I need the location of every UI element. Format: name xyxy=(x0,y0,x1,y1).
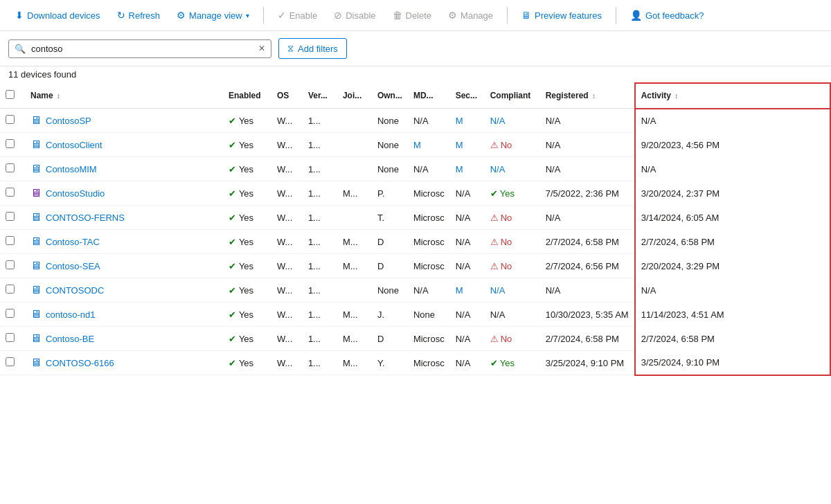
row-checkbox[interactable] xyxy=(6,357,15,366)
green-check-icon: ✔ xyxy=(229,261,236,271)
manage-view-button[interactable]: ⚙ Manage view ▾ xyxy=(170,6,256,25)
disable-button[interactable]: ⊘ Disable xyxy=(327,6,382,25)
row-checkbox[interactable] xyxy=(6,260,15,269)
header-enabled[interactable]: Enabled xyxy=(223,83,271,109)
search-clear-button[interactable]: ✕ xyxy=(258,44,265,53)
os-cell: W... xyxy=(271,157,303,181)
row-checkbox[interactable] xyxy=(6,212,15,221)
header-own[interactable]: Own... xyxy=(372,83,408,109)
green-check-icon: ✔ xyxy=(229,237,236,247)
activity-cell: 2/7/2024, 6:58 PM xyxy=(635,230,830,254)
feedback-button[interactable]: 👤 Got feedback? xyxy=(623,6,711,25)
enabled-status: ✔ Yes xyxy=(229,140,266,150)
device-name-link[interactable]: 🖥ContosoSP xyxy=(30,114,217,127)
divider-2 xyxy=(507,7,508,24)
sec-cell: M xyxy=(450,133,485,157)
compliant-status: ⚠ No xyxy=(490,334,535,344)
row-checkbox[interactable] xyxy=(6,285,15,294)
header-activity[interactable]: Activity ↕ xyxy=(635,83,830,109)
delete-icon: 🗑 xyxy=(393,10,402,21)
device-name-link[interactable]: 🖥Contoso-BE xyxy=(30,332,217,345)
os-cell: W... xyxy=(271,206,303,230)
device-name-link[interactable]: 🖥CONTOSO-FERNS xyxy=(30,211,217,224)
md-cell: Microsc xyxy=(408,206,450,230)
own-cell: D xyxy=(372,327,408,351)
device-name-link[interactable]: 🖥ContosoStudio xyxy=(30,187,217,199)
row-checkbox[interactable] xyxy=(6,333,15,342)
check-icon: ✓ xyxy=(278,10,286,21)
header-registered[interactable]: Registered ↕ xyxy=(540,83,635,109)
table-row: 🖥ContosoMIM✔ YesW...1...NoneN/AMN/AN/AN/… xyxy=(0,157,830,181)
ver-cell: 1... xyxy=(303,133,337,157)
row-checkbox[interactable] xyxy=(6,139,15,148)
activity-cell: 11/14/2023, 4:51 AM xyxy=(635,303,830,327)
compliant-status: N/A xyxy=(490,285,506,296)
sec-cell: N/A xyxy=(450,230,485,254)
enabled-status: ✔ Yes xyxy=(229,285,266,296)
device-name-link[interactable]: 🖥contoso-nd1 xyxy=(30,308,217,321)
manage-button[interactable]: ⚙ Manage xyxy=(441,6,500,25)
table-row: 🖥ContosoStudio✔ YesW...1...M...P.Microsc… xyxy=(0,181,830,206)
row-checkbox[interactable] xyxy=(6,188,15,197)
table-row: 🖥CONTOSO-6166✔ YesW...1...M...Y.MicroscN… xyxy=(0,351,830,375)
registered-cell: 2/7/2024, 6:56 PM xyxy=(540,254,635,278)
enable-button[interactable]: ✓ Enable xyxy=(271,6,324,25)
select-all-checkbox[interactable] xyxy=(6,90,15,99)
enabled-cell: ✔ Yes xyxy=(223,181,271,206)
refresh-button[interactable]: ↻ Refresh xyxy=(110,6,168,25)
preview-features-button[interactable]: 🖥 Preview features xyxy=(515,6,609,25)
joi-cell: M... xyxy=(337,303,372,327)
compliant-cell: ⚠ No xyxy=(485,133,540,157)
table-row: 🖥CONTOSO-FERNS✔ YesW...1...T.MicroscN/A⚠… xyxy=(0,206,830,230)
refresh-icon: ↻ xyxy=(117,10,125,21)
joi-cell: M... xyxy=(337,230,372,254)
green-check-icon: ✔ xyxy=(229,334,236,344)
divider-1 xyxy=(263,7,264,24)
exclaim-icon: ⚠ xyxy=(490,140,499,150)
device-name-link[interactable]: 🖥Contoso-TAC xyxy=(30,235,217,248)
joi-cell: M... xyxy=(337,254,372,278)
registered-cell: N/A xyxy=(540,278,635,303)
header-os[interactable]: OS xyxy=(271,83,303,109)
devices-table-container: Name ↕ Enabled OS Ver... Joi... Own... xyxy=(0,82,831,376)
gear-icon: ⚙ xyxy=(448,10,457,21)
sec-cell: N/A xyxy=(450,181,485,206)
os-cell: W... xyxy=(271,303,303,327)
row-checkbox[interactable] xyxy=(6,236,15,245)
header-ver[interactable]: Ver... xyxy=(303,83,337,109)
compliant-cell: N/A xyxy=(485,278,540,303)
device-name-link[interactable]: 🖥ContosoClient xyxy=(30,138,217,151)
device-name-link[interactable]: 🖥Contoso-SEA xyxy=(30,260,217,272)
header-name[interactable]: Name ↕ xyxy=(25,83,223,109)
device-name-link[interactable]: 🖥CONTOSODC xyxy=(30,284,217,296)
sec-cell: M xyxy=(450,157,485,181)
add-filters-button[interactable]: ⧖ Add filters xyxy=(278,38,347,59)
registered-cell: N/A xyxy=(540,109,635,133)
header-sec[interactable]: Sec... xyxy=(450,83,485,109)
exclaim-icon: ⚠ xyxy=(490,334,499,344)
joi-cell xyxy=(337,278,372,303)
search-input[interactable] xyxy=(31,44,253,54)
download-devices-button[interactable]: ⬇ Download devices xyxy=(8,6,107,25)
own-cell: J. xyxy=(372,303,408,327)
search-icon: 🔍 xyxy=(15,44,26,54)
own-cell: None xyxy=(372,157,408,181)
header-md[interactable]: MD... xyxy=(408,83,450,109)
device-icon: 🖥 xyxy=(30,187,42,199)
header-joi[interactable]: Joi... xyxy=(337,83,372,109)
device-name-link[interactable]: 🖥CONTOSO-6166 xyxy=(30,357,217,369)
row-checkbox[interactable] xyxy=(6,309,15,318)
own-cell: D xyxy=(372,254,408,278)
device-name-link[interactable]: 🖥ContosoMIM xyxy=(30,163,217,175)
row-checkbox[interactable] xyxy=(6,163,15,172)
os-cell: W... xyxy=(271,181,303,206)
registered-cell: 7/5/2022, 2:36 PM xyxy=(540,181,635,206)
row-checkbox[interactable] xyxy=(6,115,15,124)
own-cell: D xyxy=(372,230,408,254)
compliant-status: N/A xyxy=(490,116,506,126)
filter-icon: ⧖ xyxy=(287,43,294,54)
enabled-cell: ✔ Yes xyxy=(223,157,271,181)
delete-button[interactable]: 🗑 Delete xyxy=(386,6,439,25)
os-cell: W... xyxy=(271,230,303,254)
header-compliant[interactable]: Compliant xyxy=(485,83,540,109)
